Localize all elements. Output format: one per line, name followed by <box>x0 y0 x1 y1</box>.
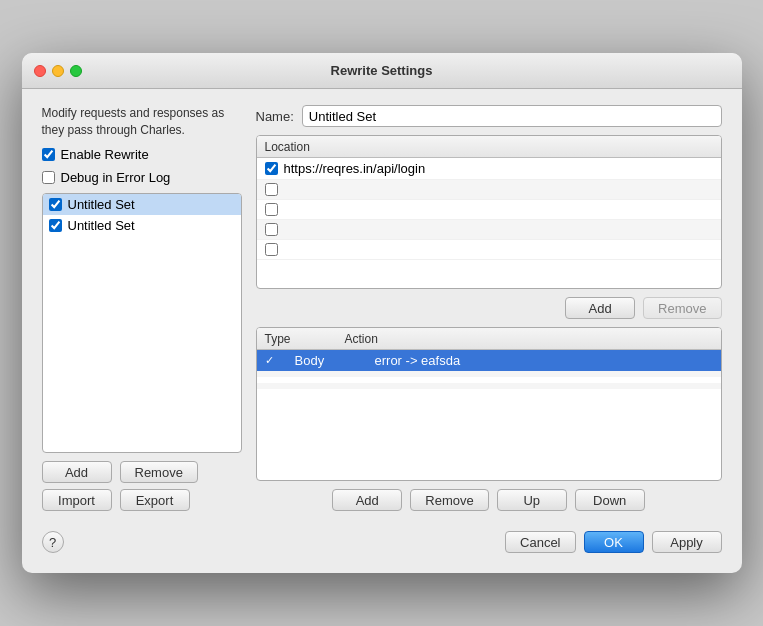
rules-buttons-row: Add Remove Up Down <box>256 489 722 511</box>
traffic-lights <box>34 65 82 77</box>
name-input[interactable] <box>302 105 722 127</box>
location-table: Location https://reqres.in/api/login <box>256 135 722 289</box>
titlebar: Rewrite Settings <box>22 53 742 89</box>
debug-error-log-row: Debug in Error Log <box>42 170 242 185</box>
window-title: Rewrite Settings <box>331 63 433 78</box>
location-row[interactable]: https://reqres.in/api/login <box>257 158 721 180</box>
maximize-button[interactable] <box>70 65 82 77</box>
description: Modify requests and responses as they pa… <box>42 105 242 139</box>
import-export-row: Import Export <box>42 489 242 511</box>
set-item[interactable]: Untitled Set <box>43 215 241 236</box>
add-set-button[interactable]: Add <box>42 461 112 483</box>
export-button[interactable]: Export <box>120 489 190 511</box>
location-header-label: Location <box>265 140 310 154</box>
set-checkbox-1[interactable] <box>49 219 62 232</box>
location-url-0: https://reqres.in/api/login <box>284 161 426 176</box>
rules-header: Type Action <box>257 328 721 350</box>
location-rows: https://reqres.in/api/login <box>257 158 721 288</box>
add-rule-button[interactable]: Add <box>332 489 402 511</box>
right-panel: Name: Location https://reqres.in/api/log… <box>256 105 722 511</box>
remove-location-button[interactable]: Remove <box>643 297 721 319</box>
help-button[interactable]: ? <box>42 531 64 553</box>
rule-row[interactable]: ✓ Body error -> eafsda <box>257 350 721 371</box>
location-checkbox-2[interactable] <box>265 203 278 216</box>
set-checkbox-0[interactable] <box>49 198 62 211</box>
rules-rows: ✓ Body error -> eafsda <box>257 350 721 480</box>
enable-rewrite-label: Enable Rewrite <box>61 147 149 162</box>
rule-action-0: error -> eafsda <box>375 353 713 368</box>
import-button[interactable]: Import <box>42 489 112 511</box>
remove-rule-button[interactable]: Remove <box>410 489 488 511</box>
rules-table: Type Action ✓ Body error -> eafsda <box>256 327 722 481</box>
location-row[interactable] <box>257 180 721 200</box>
location-row[interactable] <box>257 240 721 260</box>
left-buttons: Add Remove Import Export <box>42 461 242 511</box>
set-item[interactable]: Untitled Set <box>43 194 241 215</box>
rules-action-header: Action <box>345 332 713 346</box>
minimize-button[interactable] <box>52 65 64 77</box>
name-label: Name: <box>256 109 294 124</box>
remove-set-button[interactable]: Remove <box>120 461 198 483</box>
ok-button[interactable]: OK <box>584 531 644 553</box>
up-rule-button[interactable]: Up <box>497 489 567 511</box>
down-rule-button[interactable]: Down <box>575 489 645 511</box>
add-location-button[interactable]: Add <box>565 297 635 319</box>
set-item[interactable] <box>43 266 241 272</box>
left-panel: Modify requests and responses as they pa… <box>42 105 242 511</box>
location-checkbox-3[interactable] <box>265 223 278 236</box>
location-checkbox-1[interactable] <box>265 183 278 196</box>
add-remove-row: Add Remove <box>42 461 242 483</box>
sets-list-container: Untitled Set Untitled Set <box>42 193 242 453</box>
bottom-right-buttons: Cancel OK Apply <box>505 531 721 553</box>
location-buttons-row: Add Remove <box>256 297 722 319</box>
content-area: Modify requests and responses as they pa… <box>22 89 742 573</box>
location-row[interactable] <box>257 200 721 220</box>
rule-row[interactable] <box>257 389 721 395</box>
window: Rewrite Settings Modify requests and res… <box>22 53 742 573</box>
close-button[interactable] <box>34 65 46 77</box>
main-area: Modify requests and responses as they pa… <box>42 105 722 511</box>
bottom-bar: ? Cancel OK Apply <box>42 523 722 557</box>
debug-error-log-label: Debug in Error Log <box>61 170 171 185</box>
set-label-1: Untitled Set <box>68 218 135 233</box>
debug-error-log-checkbox[interactable] <box>42 171 55 184</box>
set-label-0: Untitled Set <box>68 197 135 212</box>
enable-rewrite-row: Enable Rewrite <box>42 147 242 162</box>
rules-type-header: Type <box>265 332 345 346</box>
location-checkbox-0[interactable] <box>265 162 278 175</box>
rule-check-0: ✓ <box>265 354 295 367</box>
sets-list: Untitled Set Untitled Set <box>43 194 241 414</box>
location-row[interactable] <box>257 220 721 240</box>
rule-type-0: Body <box>295 353 375 368</box>
location-checkbox-4[interactable] <box>265 243 278 256</box>
cancel-button[interactable]: Cancel <box>505 531 575 553</box>
apply-button[interactable]: Apply <box>652 531 722 553</box>
name-row: Name: <box>256 105 722 127</box>
enable-rewrite-checkbox[interactable] <box>42 148 55 161</box>
location-header: Location <box>257 136 721 158</box>
